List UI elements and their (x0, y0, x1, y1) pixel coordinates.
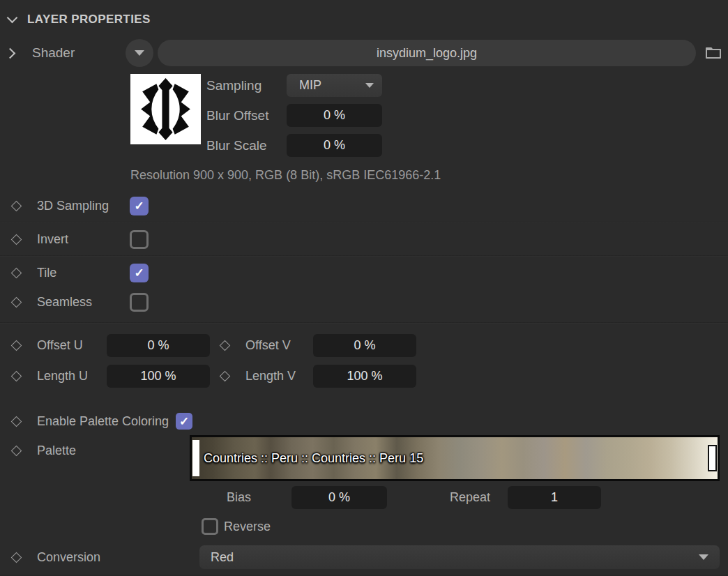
palette-gradient-bar[interactable]: Countries :: Peru :: Countries :: Peru 1… (190, 435, 720, 481)
insydium-logo (130, 74, 201, 144)
seamless-label: Seamless (37, 295, 130, 310)
enable-palette-checkbox[interactable]: ✓ (176, 413, 192, 430)
enable-palette-label: Enable Palette Coloring (37, 414, 169, 429)
repeat-input[interactable]: 1 (508, 486, 601, 509)
blur-scale-row: Blur Scale 0 % (206, 134, 382, 157)
seamless-checkbox[interactable]: ✓ (130, 293, 149, 312)
keyframe-diamond-icon[interactable] (11, 445, 22, 456)
conversion-select[interactable]: Red (199, 545, 720, 569)
keyframe-diamond-icon[interactable] (11, 416, 22, 427)
expand-chevron-icon[interactable] (5, 47, 16, 59)
row-invert: Invert ✓ (0, 225, 728, 254)
conversion-label: Conversion (37, 550, 199, 565)
palette-label: Palette (37, 444, 130, 458)
shader-dropdown-button[interactable] (126, 39, 153, 67)
offset-v-label: Offset V (245, 338, 313, 353)
tile-label: Tile (37, 266, 130, 280)
shader-detail: Sampling MIP Blur Offset 0 % Blur Scale … (130, 74, 728, 157)
bias-label: Bias (227, 490, 291, 505)
conversion-row: Conversion Red (0, 545, 728, 569)
sampling-row: Sampling MIP (206, 74, 382, 97)
blur-offset-input[interactable]: 0 % (287, 104, 382, 127)
shader-filename-field[interactable]: insydium_logo.jpg (158, 40, 696, 66)
offset-row: Offset U 0 % Offset V 0 % (0, 333, 728, 357)
shader-label: Shader (32, 45, 126, 61)
keyframe-diamond-icon[interactable] (11, 340, 22, 351)
bias-input[interactable]: 0 % (291, 486, 387, 509)
keyframe-diamond-icon[interactable] (220, 370, 231, 381)
blur-scale-input[interactable]: 0 % (287, 134, 382, 157)
row-seamless: Seamless ✓ (0, 287, 728, 317)
blur-offset-row: Blur Offset 0 % (206, 104, 382, 127)
check-icon: ✓ (179, 416, 189, 427)
folder-icon (705, 46, 722, 60)
offset-u-label: Offset U (37, 338, 107, 353)
row-tile: Tile ✓ (0, 258, 728, 287)
divider (0, 255, 728, 257)
invert-label: Invert (37, 232, 130, 247)
length-v-label: Length V (245, 369, 313, 384)
reverse-checkbox[interactable]: ✓ (202, 518, 218, 535)
blur-scale-label: Blur Scale (206, 138, 287, 153)
keyframe-diamond-icon[interactable] (11, 370, 22, 381)
palette-row: Palette Countries :: Peru :: Countries :… (0, 435, 728, 481)
section-header: LAYER PROPERTIES (0, 0, 728, 26)
keyframe-diamond-icon[interactable] (11, 267, 22, 278)
length-v-input[interactable]: 100 % (313, 365, 416, 388)
sampling-label: Sampling (206, 78, 287, 93)
bias-repeat-row: Bias 0 % Repeat 1 (0, 485, 728, 509)
shader-row: Shader insydium_logo.jpg (0, 39, 728, 67)
shader-detail-fields: Sampling MIP Blur Offset 0 % Blur Scale … (206, 74, 382, 157)
check-icon: ✓ (134, 267, 144, 279)
keyframe-diamond-icon[interactable] (11, 234, 22, 245)
repeat-label: Repeat (450, 490, 508, 505)
chevron-down-icon (699, 554, 708, 560)
reverse-label: Reverse (224, 520, 271, 534)
offset-v-input[interactable]: 0 % (313, 334, 416, 357)
check-icon: ✓ (134, 200, 144, 212)
keyframe-diamond-icon[interactable] (11, 552, 22, 563)
palette-left: Palette (0, 435, 190, 466)
sampling-value: MIP (299, 78, 321, 93)
gradient-handle-right[interactable] (708, 445, 717, 471)
resolution-info: Resolution 900 x 900, RGB (8 Bit), sRGB … (130, 168, 728, 183)
conversion-value: Red (211, 550, 234, 565)
keyframe-diamond-icon[interactable] (220, 340, 231, 351)
divider (0, 322, 728, 324)
page-title: LAYER PROPERTIES (27, 13, 151, 26)
layer-properties-panel: LAYER PROPERTIES Shader insydium_logo.jp… (0, 0, 728, 576)
row-reverse: ✓ Reverse (0, 517, 728, 536)
texture-preview[interactable] (130, 74, 201, 144)
keyframe-diamond-icon[interactable] (11, 296, 22, 308)
3d-sampling-label: 3D Sampling (37, 199, 130, 213)
collapse-chevron-icon[interactable] (7, 13, 18, 24)
tile-checkbox[interactable]: ✓ (130, 264, 149, 282)
chevron-down-icon (365, 83, 374, 88)
length-row: Length U 100 % Length V 100 % (0, 364, 728, 388)
palette-name: Countries :: Peru :: Countries :: Peru 1… (204, 451, 423, 466)
offset-u-input[interactable]: 0 % (107, 334, 210, 357)
blur-offset-label: Blur Offset (206, 108, 287, 123)
sampling-select[interactable]: MIP (287, 74, 382, 97)
length-u-label: Length U (37, 369, 107, 384)
browse-file-button[interactable] (704, 44, 722, 62)
row-enable-palette: Enable Palette Coloring ✓ (0, 411, 728, 431)
chevron-down-icon (135, 50, 144, 56)
keyframe-diamond-icon[interactable] (11, 200, 22, 211)
3d-sampling-checkbox[interactable]: ✓ (130, 197, 149, 215)
gradient-handle-left[interactable] (192, 440, 199, 476)
row-3d-sampling: 3D Sampling ✓ (0, 191, 728, 220)
invert-checkbox[interactable]: ✓ (130, 230, 149, 249)
divider (0, 222, 728, 223)
length-u-input[interactable]: 100 % (107, 365, 210, 388)
